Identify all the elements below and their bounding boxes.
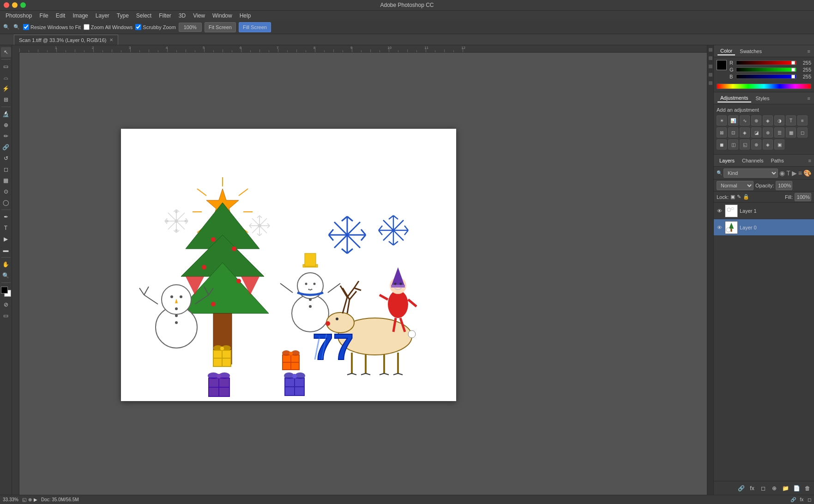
brightness-adj-icon[interactable]: ☀ (717, 115, 727, 126)
layer-visibility-toggle-0[interactable]: 👁 (716, 224, 723, 231)
layer-visibility-toggle-1[interactable]: 👁 (716, 207, 723, 215)
shape-tool[interactable]: ▬ (1, 245, 11, 255)
levels-adj-icon[interactable]: 📊 (728, 115, 738, 126)
collapse-icon-4[interactable] (709, 73, 712, 77)
healing-brush-tool[interactable]: ⊕ (1, 120, 11, 130)
hsl-adj-icon[interactable]: ◑ (774, 115, 784, 126)
exposure-adj-icon[interactable]: ⊕ (751, 115, 761, 126)
foreground-color-swatch[interactable] (1, 287, 8, 294)
quick-mask-btn[interactable]: ⊘ (1, 300, 11, 310)
filter-icon-5[interactable]: 🎨 (803, 169, 811, 177)
posterize-adj-icon[interactable]: ⊗ (763, 127, 773, 138)
scrubby-zoom-checkbox[interactable]: Scrubby Zoom (135, 24, 176, 30)
layers-panel-menu[interactable]: ≡ (808, 158, 811, 163)
lock-all-icon[interactable]: 🔒 (743, 194, 749, 200)
layer-item-0[interactable]: 👁 Layer 0 (714, 219, 814, 236)
red-slider[interactable] (736, 60, 796, 65)
photofilter-adj-icon[interactable]: ⊠ (717, 127, 727, 138)
link-icon[interactable]: 🔗 (790, 497, 796, 502)
panel-menu-icon[interactable]: ≡ (808, 48, 810, 54)
menu-item-help[interactable]: Help (236, 12, 255, 20)
menu-item-3d[interactable]: 3D (175, 12, 189, 20)
link-layers-btn[interactable]: 🔗 (736, 484, 746, 493)
eraser-tool[interactable]: ◻ (1, 164, 11, 174)
gradient-tool[interactable]: ▦ (1, 175, 11, 186)
fit-screen-button[interactable]: Fit Screen (205, 22, 236, 32)
tab-paths[interactable]: Paths (768, 157, 787, 164)
invert-adj-icon[interactable]: ◪ (751, 127, 761, 138)
color-preview-swatch[interactable] (717, 60, 727, 70)
minimize-button[interactable] (12, 2, 18, 8)
menu-item-edit[interactable]: Edit (52, 12, 69, 20)
adj-icon-extra-6[interactable]: ▣ (774, 139, 784, 150)
quick-select-tool[interactable]: ⚡ (1, 84, 11, 94)
fullscreen-button[interactable] (20, 2, 26, 8)
bw-adj-icon[interactable]: ≡ (797, 115, 808, 126)
brush-tool[interactable]: ✏ (1, 131, 11, 141)
channelmixer-adj-icon[interactable]: ⊡ (728, 127, 738, 138)
zoom-tool[interactable]: 🔍 (1, 270, 11, 281)
new-adjustment-btn[interactable]: ⊕ (770, 484, 779, 493)
collapse-icon-3[interactable] (709, 65, 712, 68)
hand-tool[interactable]: ✋ (1, 259, 11, 270)
curves-adj-icon[interactable]: ∿ (740, 115, 750, 126)
menu-item-layer[interactable]: Layer (92, 12, 113, 20)
path-selection-tool[interactable]: ▶ (1, 234, 11, 244)
eyedropper-tool[interactable]: 🔬 (1, 109, 11, 119)
clone-stamp-tool[interactable]: 🔗 (1, 142, 11, 152)
tab-color[interactable]: Color (718, 47, 735, 55)
adj-icon-extra-1[interactable]: ◼ (717, 139, 727, 150)
colorlookup-adj-icon[interactable]: ◈ (740, 127, 750, 138)
delete-layer-btn[interactable]: 🗑 (803, 484, 812, 493)
text-tool[interactable]: T (1, 223, 11, 233)
opacity-input[interactable] (776, 181, 792, 190)
fill-input[interactable] (795, 193, 811, 201)
filter-icon-2[interactable]: T (786, 169, 790, 177)
menu-item-filter[interactable]: Filter (155, 12, 175, 20)
move-tool[interactable]: ↖ (1, 47, 11, 57)
adjustments-menu-icon[interactable]: ≡ (808, 96, 810, 101)
menu-item-window[interactable]: Window (209, 12, 236, 20)
vibrance-adj-icon[interactable]: ◈ (763, 115, 773, 126)
blend-mode-select[interactable]: Normal Multiply Screen Overlay Soft Ligh… (717, 181, 754, 190)
crop-tool[interactable]: ⊞ (1, 95, 11, 105)
colorbalance-adj-icon[interactable]: T (786, 115, 796, 126)
collapse-icon-1[interactable] (709, 48, 712, 52)
adj-icon-extra-3[interactable]: ◱ (740, 139, 750, 150)
layers-kind-filter[interactable]: Kind Name Effect Mode Attribute Color (724, 168, 778, 178)
color-picker[interactable] (1, 287, 11, 297)
lasso-tool[interactable]: ⌓ (1, 72, 11, 83)
filter-icon-4[interactable]: ≡ (798, 169, 802, 177)
menu-item-type[interactable]: Type (113, 12, 133, 20)
canvas-viewport[interactable]: 77 (19, 53, 707, 495)
tab-channels[interactable]: Channels (739, 157, 766, 164)
zoom-input[interactable] (179, 23, 202, 32)
mask-icon[interactable]: ◻ (808, 497, 811, 502)
screen-mode-btn[interactable]: ▭ (1, 311, 11, 321)
adj-icon-extra-2[interactable]: ◫ (728, 139, 738, 150)
resize-windows-checkbox[interactable]: Resize Windows to Fit (23, 24, 81, 30)
threshold-adj-icon[interactable]: ☰ (774, 127, 784, 138)
add-mask-btn[interactable]: ◻ (759, 484, 768, 493)
pen-tool[interactable]: ✒ (1, 212, 11, 222)
tab-layers[interactable]: Layers (717, 157, 737, 164)
gradientmap-adj-icon[interactable]: ▦ (786, 127, 796, 138)
menu-item-image[interactable]: Image (69, 12, 91, 20)
tab-styles[interactable]: Styles (753, 95, 772, 102)
layer-item-1[interactable]: 👁 Layer 1 (714, 203, 814, 219)
blue-slider[interactable] (736, 74, 796, 79)
menu-item-select[interactable]: Select (133, 12, 155, 20)
filter-icon-1[interactable]: ◉ (779, 169, 785, 177)
zoom-all-windows-checkbox[interactable]: Zoom All Windows (84, 24, 133, 30)
lock-pixels-icon[interactable]: ▣ (730, 194, 735, 200)
marquee-tool[interactable]: ▭ (1, 61, 11, 72)
menu-item-file[interactable]: File (36, 12, 52, 20)
collapse-icon-2[interactable] (709, 56, 712, 60)
selectivecolor-adj-icon[interactable]: ◻ (797, 127, 808, 138)
menu-item-photoshop[interactable]: Photoshop (2, 12, 36, 20)
close-button[interactable] (4, 2, 9, 8)
fx-icon[interactable]: fx (800, 497, 803, 502)
lock-position-icon[interactable]: ✎ (737, 194, 741, 200)
tab-swatches[interactable]: Swatches (737, 48, 765, 55)
tab-close-icon[interactable]: ✕ (109, 37, 113, 42)
